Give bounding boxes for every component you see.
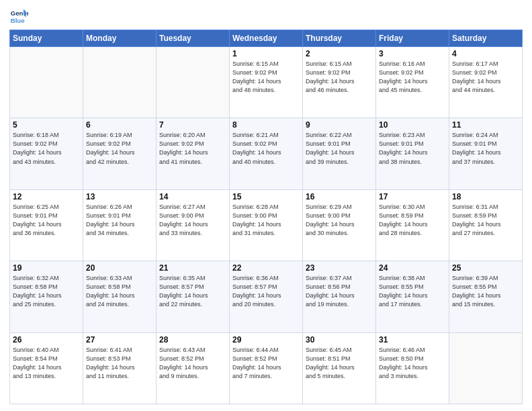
day-number: 13	[86, 192, 153, 201]
day-number: 2	[306, 49, 373, 58]
day-number: 24	[379, 263, 446, 273]
day-number: 12	[13, 192, 80, 201]
day-cell	[10, 47, 83, 118]
day-cell: 20Sunrise: 6:33 AM Sunset: 8:58 PM Dayli…	[83, 261, 157, 332]
day-cell: 18Sunrise: 6:31 AM Sunset: 8:59 PM Dayli…	[449, 189, 523, 261]
day-number: 15	[232, 192, 300, 201]
day-cell: 28Sunrise: 6:43 AM Sunset: 8:52 PM Dayli…	[157, 332, 230, 404]
day-cell: 12Sunrise: 6:25 AM Sunset: 9:01 PM Dayli…	[10, 189, 83, 261]
day-cell: 27Sunrise: 6:41 AM Sunset: 8:53 PM Dayli…	[83, 332, 157, 404]
weekday-header-thursday: Thursday	[303, 30, 376, 47]
day-info: Sunrise: 6:36 AM Sunset: 8:57 PM Dayligh…	[232, 274, 300, 309]
day-info: Sunrise: 6:24 AM Sunset: 9:01 PM Dayligh…	[452, 131, 519, 166]
day-cell: 9Sunrise: 6:22 AM Sunset: 9:01 PM Daylig…	[303, 118, 376, 189]
svg-text:Blue: Blue	[11, 17, 25, 24]
day-number: 17	[379, 192, 446, 201]
weekday-header-monday: Monday	[83, 30, 157, 47]
day-info: Sunrise: 6:27 AM Sunset: 9:00 PM Dayligh…	[159, 203, 226, 238]
day-info: Sunrise: 6:15 AM Sunset: 9:02 PM Dayligh…	[232, 60, 300, 95]
day-cell: 19Sunrise: 6:32 AM Sunset: 8:58 PM Dayli…	[10, 261, 83, 332]
weekday-header-row: SundayMondayTuesdayWednesdayThursdayFrid…	[10, 30, 523, 47]
day-number: 7	[159, 120, 226, 130]
day-cell: 24Sunrise: 6:38 AM Sunset: 8:55 PM Dayli…	[376, 261, 449, 332]
day-cell: 30Sunrise: 6:45 AM Sunset: 8:51 PM Dayli…	[303, 332, 376, 404]
week-row-3: 12Sunrise: 6:25 AM Sunset: 9:01 PM Dayli…	[10, 189, 523, 261]
week-row-2: 5Sunrise: 6:18 AM Sunset: 9:02 PM Daylig…	[10, 118, 523, 189]
day-info: Sunrise: 6:45 AM Sunset: 8:51 PM Dayligh…	[306, 346, 373, 381]
day-info: Sunrise: 6:19 AM Sunset: 9:02 PM Dayligh…	[86, 131, 153, 166]
weekday-header-friday: Friday	[376, 30, 449, 47]
day-number: 16	[306, 192, 373, 201]
day-cell: 13Sunrise: 6:26 AM Sunset: 9:01 PM Dayli…	[83, 189, 157, 261]
day-info: Sunrise: 6:18 AM Sunset: 9:02 PM Dayligh…	[13, 131, 80, 166]
day-number: 25	[452, 263, 519, 273]
day-number: 8	[232, 120, 300, 130]
day-cell: 2Sunrise: 6:15 AM Sunset: 9:02 PM Daylig…	[303, 47, 376, 118]
day-number: 9	[306, 120, 373, 130]
day-info: Sunrise: 6:32 AM Sunset: 8:58 PM Dayligh…	[13, 274, 80, 309]
day-info: Sunrise: 6:17 AM Sunset: 9:02 PM Dayligh…	[452, 60, 519, 95]
day-info: Sunrise: 6:28 AM Sunset: 9:00 PM Dayligh…	[232, 203, 300, 238]
day-info: Sunrise: 6:37 AM Sunset: 8:56 PM Dayligh…	[306, 274, 373, 309]
day-info: Sunrise: 6:43 AM Sunset: 8:52 PM Dayligh…	[159, 346, 226, 381]
day-number: 5	[13, 120, 80, 130]
day-number: 18	[452, 192, 519, 201]
calendar-page: General Blue SundayMondayTuesdayWednesda…	[0, 0, 532, 411]
weekday-header-saturday: Saturday	[449, 30, 523, 47]
day-number: 21	[159, 263, 226, 273]
day-number: 10	[379, 120, 446, 130]
day-cell: 17Sunrise: 6:30 AM Sunset: 8:59 PM Dayli…	[376, 189, 449, 261]
logo-icon: General Blue	[9, 7, 28, 26]
day-cell: 16Sunrise: 6:29 AM Sunset: 9:00 PM Dayli…	[303, 189, 376, 261]
day-cell: 23Sunrise: 6:37 AM Sunset: 8:56 PM Dayli…	[303, 261, 376, 332]
day-cell: 15Sunrise: 6:28 AM Sunset: 9:00 PM Dayli…	[230, 189, 303, 261]
day-number: 26	[13, 335, 80, 345]
day-number: 23	[306, 263, 373, 273]
day-cell: 6Sunrise: 6:19 AM Sunset: 9:02 PM Daylig…	[83, 118, 157, 189]
day-cell	[157, 47, 230, 118]
day-info: Sunrise: 6:39 AM Sunset: 8:55 PM Dayligh…	[452, 274, 519, 309]
weekday-header-sunday: Sunday	[10, 30, 83, 47]
week-row-5: 26Sunrise: 6:40 AM Sunset: 8:54 PM Dayli…	[10, 332, 523, 404]
day-cell	[83, 47, 157, 118]
day-number: 19	[13, 263, 80, 273]
day-cell: 7Sunrise: 6:20 AM Sunset: 9:02 PM Daylig…	[157, 118, 230, 189]
logo: General Blue	[9, 7, 31, 26]
day-number: 3	[379, 49, 446, 58]
day-info: Sunrise: 6:29 AM Sunset: 9:00 PM Dayligh…	[306, 203, 373, 238]
day-info: Sunrise: 6:16 AM Sunset: 9:02 PM Dayligh…	[379, 60, 446, 95]
day-cell: 31Sunrise: 6:46 AM Sunset: 8:50 PM Dayli…	[376, 332, 449, 404]
day-number: 4	[452, 49, 519, 58]
day-cell: 1Sunrise: 6:15 AM Sunset: 9:02 PM Daylig…	[230, 47, 303, 118]
day-number: 30	[306, 335, 373, 345]
weekday-header-wednesday: Wednesday	[230, 30, 303, 47]
day-info: Sunrise: 6:40 AM Sunset: 8:54 PM Dayligh…	[13, 346, 80, 381]
day-info: Sunrise: 6:26 AM Sunset: 9:01 PM Dayligh…	[86, 203, 153, 238]
day-cell: 3Sunrise: 6:16 AM Sunset: 9:02 PM Daylig…	[376, 47, 449, 118]
day-cell: 25Sunrise: 6:39 AM Sunset: 8:55 PM Dayli…	[449, 261, 523, 332]
day-cell: 22Sunrise: 6:36 AM Sunset: 8:57 PM Dayli…	[230, 261, 303, 332]
day-info: Sunrise: 6:15 AM Sunset: 9:02 PM Dayligh…	[306, 60, 373, 95]
weekday-header-tuesday: Tuesday	[157, 30, 230, 47]
day-cell: 11Sunrise: 6:24 AM Sunset: 9:01 PM Dayli…	[449, 118, 523, 189]
day-cell: 26Sunrise: 6:40 AM Sunset: 8:54 PM Dayli…	[10, 332, 83, 404]
day-info: Sunrise: 6:44 AM Sunset: 8:52 PM Dayligh…	[232, 346, 300, 381]
week-row-4: 19Sunrise: 6:32 AM Sunset: 8:58 PM Dayli…	[10, 261, 523, 332]
day-info: Sunrise: 6:38 AM Sunset: 8:55 PM Dayligh…	[379, 274, 446, 309]
day-info: Sunrise: 6:41 AM Sunset: 8:53 PM Dayligh…	[86, 346, 153, 381]
day-number: 28	[159, 335, 226, 345]
day-number: 6	[86, 120, 153, 130]
day-cell: 8Sunrise: 6:21 AM Sunset: 9:02 PM Daylig…	[230, 118, 303, 189]
day-info: Sunrise: 6:25 AM Sunset: 9:01 PM Dayligh…	[13, 203, 80, 238]
day-cell: 21Sunrise: 6:35 AM Sunset: 8:57 PM Dayli…	[157, 261, 230, 332]
day-info: Sunrise: 6:33 AM Sunset: 8:58 PM Dayligh…	[86, 274, 153, 309]
day-number: 14	[159, 192, 226, 201]
day-info: Sunrise: 6:46 AM Sunset: 8:50 PM Dayligh…	[379, 346, 446, 381]
day-cell: 5Sunrise: 6:18 AM Sunset: 9:02 PM Daylig…	[10, 118, 83, 189]
day-info: Sunrise: 6:30 AM Sunset: 8:59 PM Dayligh…	[379, 203, 446, 238]
day-info: Sunrise: 6:21 AM Sunset: 9:02 PM Dayligh…	[232, 131, 300, 166]
calendar-table: SundayMondayTuesdayWednesdayThursdayFrid…	[9, 30, 523, 404]
day-info: Sunrise: 6:22 AM Sunset: 9:01 PM Dayligh…	[306, 131, 373, 166]
day-number: 27	[86, 335, 153, 345]
day-cell: 29Sunrise: 6:44 AM Sunset: 8:52 PM Dayli…	[230, 332, 303, 404]
